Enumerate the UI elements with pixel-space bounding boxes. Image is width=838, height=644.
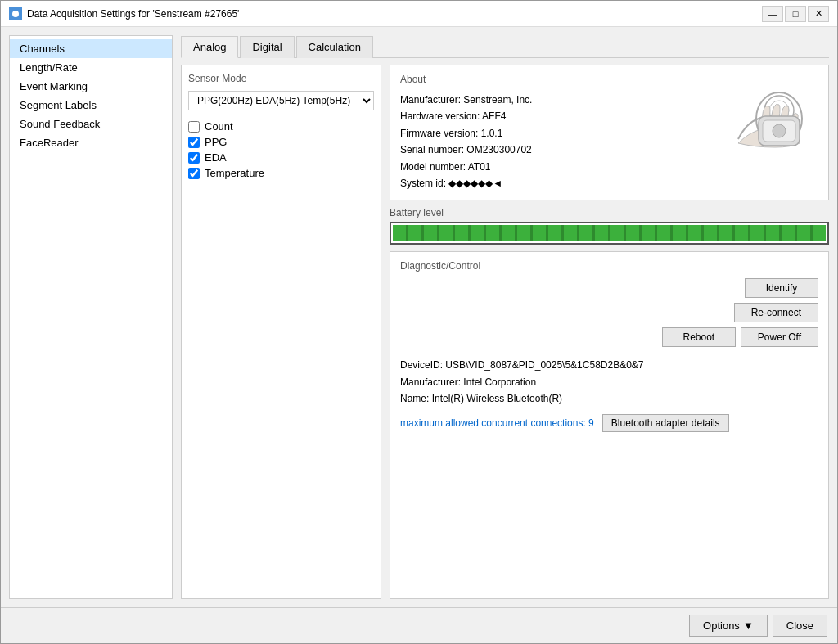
main-content: Channels Length/Rate Event Marking Segme… — [1, 27, 837, 607]
battery-segment — [782, 225, 795, 241]
tab-bar: Analog Digital Calculation — [181, 35, 829, 58]
checkbox-temperature-label: Temperature — [205, 167, 264, 179]
device-illustration — [714, 74, 820, 164]
svg-point-1 — [12, 11, 19, 17]
identify-button[interactable]: Identify — [745, 278, 818, 298]
battery-segment — [626, 225, 640, 241]
checkbox-ppg[interactable] — [188, 137, 200, 148]
checkbox-temperature[interactable] — [188, 168, 200, 179]
close-button[interactable]: Close — [773, 615, 827, 637]
sidebar-item-length-rate[interactable]: Length/Rate — [10, 58, 172, 77]
checkbox-ppg-label: PPG — [205, 136, 227, 148]
options-label: Options — [703, 619, 740, 632]
battery-segment — [595, 225, 609, 241]
battery-segment — [766, 225, 780, 241]
battery-segment — [750, 225, 764, 241]
battery-segment — [486, 225, 500, 241]
right-panel: Analog Digital Calculation Sensor Mode — [181, 35, 829, 599]
tab-calculation-label: Calculation — [309, 41, 361, 53]
svg-point-7 — [773, 124, 786, 137]
checkbox-count-label: Count — [205, 120, 233, 133]
battery-segment — [610, 225, 624, 241]
battery-segment — [439, 225, 453, 241]
bottom-bar: Options ▼ Close — [1, 607, 837, 643]
battery-segment — [408, 225, 422, 241]
battery-segment — [517, 225, 531, 241]
battery-segment — [657, 225, 671, 241]
battery-segment — [642, 225, 656, 241]
bluetooth-row: maximum allowed concurrent connections: … — [400, 414, 818, 432]
reboot-button[interactable]: Reboot — [662, 327, 736, 347]
battery-segment — [735, 225, 749, 241]
sensor-panel: Sensor Mode PPG(200Hz) EDA(5Hz) Temp(5Hz… — [181, 65, 381, 599]
close-window-button[interactable]: ✕ — [808, 6, 829, 22]
device-name: Name: Intel(R) Wireless Bluetooth(R) — [400, 390, 818, 407]
window-title: Data Acquisition Settings for 'Senstream… — [27, 8, 239, 20]
about-system-id: System id: ◆◆◆◆◆◆◄ — [400, 175, 818, 191]
options-button[interactable]: Options ▼ — [689, 615, 768, 637]
checkbox-row-count[interactable]: Count — [188, 120, 374, 133]
tab-content: Sensor Mode PPG(200Hz) EDA(5Hz) Temp(5Hz… — [181, 65, 829, 599]
diagnostic-buttons: Identify Re-connect Reboot Power Off — [400, 278, 818, 347]
checkbox-count[interactable] — [188, 121, 200, 133]
reboot-poweroff-row: Reboot Power Off — [662, 327, 818, 347]
battery-segment — [424, 225, 438, 241]
battery-bar-inner — [393, 225, 826, 241]
window-controls: — □ ✕ — [762, 6, 829, 22]
about-box: About Manufacturer: Senstream, Inc. Hard… — [390, 65, 829, 200]
battery-segment — [564, 225, 578, 241]
sidebar-item-facereader[interactable]: FaceReader — [10, 133, 172, 152]
sidebar-item-event-marking[interactable]: Event Marking — [10, 77, 172, 96]
device-info: DeviceID: USB\VID_8087&PID_0025\5&1C58D2… — [400, 357, 818, 407]
sidebar: Channels Length/Rate Event Marking Segme… — [9, 35, 173, 599]
battery-segment — [548, 225, 562, 241]
channel-checkboxes: Count PPG EDA Temperature — [188, 117, 374, 182]
maximize-button[interactable]: □ — [785, 6, 806, 22]
sensor-mode-label: Sensor Mode — [188, 72, 374, 84]
battery-segment — [719, 225, 733, 241]
main-window: Data Acquisition Settings for 'Senstream… — [0, 0, 838, 644]
sidebar-item-sound-feedback[interactable]: Sound Feedback — [10, 115, 172, 133]
tab-calculation[interactable]: Calculation — [296, 36, 373, 58]
sidebar-item-channels[interactable]: Channels — [10, 39, 172, 58]
info-panel: About Manufacturer: Senstream, Inc. Hard… — [390, 65, 829, 599]
battery-section: Battery level — [390, 207, 829, 245]
diagnostic-title: Diagnostic/Control — [400, 260, 818, 272]
checkbox-row-ppg[interactable]: PPG — [188, 136, 374, 148]
app-icon — [9, 7, 22, 20]
checkbox-row-eda[interactable]: EDA — [188, 151, 374, 164]
sensor-mode-select[interactable]: PPG(200Hz) EDA(5Hz) Temp(5Hz) PPG(200Hz)… — [188, 91, 374, 110]
battery-segment — [579, 225, 593, 241]
sidebar-item-segment-labels[interactable]: Segment Labels — [10, 96, 172, 115]
checkbox-eda-label: EDA — [205, 151, 227, 164]
tab-digital-label: Digital — [252, 41, 282, 53]
battery-segment — [471, 225, 484, 241]
battery-segment — [533, 225, 547, 241]
bluetooth-adapter-details-button[interactable]: Bluetooth adapter details — [602, 414, 729, 432]
battery-segment — [813, 225, 826, 241]
checkbox-eda[interactable] — [188, 152, 200, 164]
power-off-button[interactable]: Power Off — [741, 327, 818, 347]
battery-segment — [502, 225, 516, 241]
battery-segment — [673, 225, 687, 241]
battery-segment — [704, 225, 718, 241]
max-connections-link[interactable]: maximum allowed concurrent connections: … — [400, 417, 594, 429]
titlebar-left: Data Acquisition Settings for 'Senstream… — [9, 7, 239, 20]
minimize-button[interactable]: — — [762, 6, 783, 22]
battery-bar — [390, 222, 829, 245]
battery-segment — [455, 225, 469, 241]
titlebar: Data Acquisition Settings for 'Senstream… — [1, 1, 837, 27]
battery-segment — [797, 225, 811, 241]
tab-digital[interactable]: Digital — [240, 36, 294, 58]
battery-segment — [688, 225, 702, 241]
options-chevron-icon: ▼ — [743, 619, 754, 632]
checkbox-row-temperature[interactable]: Temperature — [188, 167, 374, 179]
device-manufacturer: Manufacturer: Intel Corporation — [400, 374, 818, 390]
battery-label: Battery level — [390, 207, 829, 218]
diagnostic-box: Diagnostic/Control Identify Re-connect R… — [390, 251, 829, 599]
battery-segment — [393, 225, 407, 241]
device-id: DeviceID: USB\VID_8087&PID_0025\5&1C58D2… — [400, 357, 818, 373]
tab-analog-label: Analog — [193, 41, 226, 53]
reconnect-button[interactable]: Re-connect — [734, 303, 818, 322]
tab-analog[interactable]: Analog — [181, 36, 238, 58]
